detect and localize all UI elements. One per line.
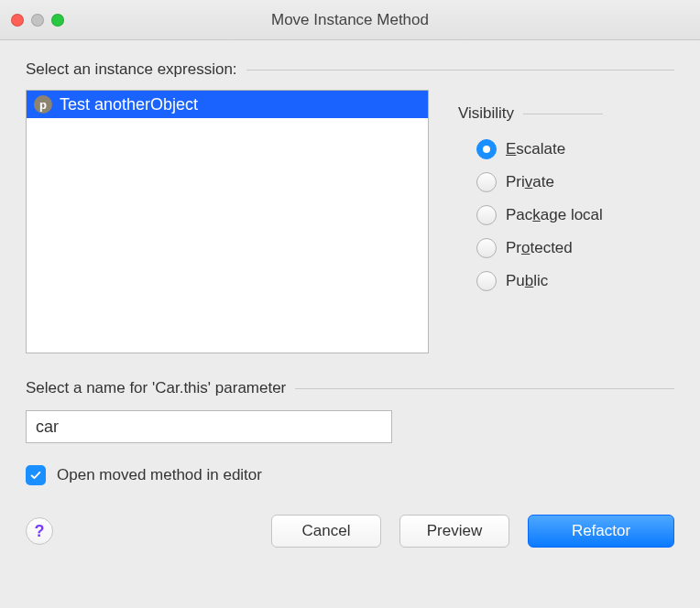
radio-label: Package local bbox=[506, 206, 603, 224]
titlebar: Move Instance Method bbox=[0, 0, 700, 40]
window-title: Move Instance Method bbox=[0, 11, 700, 29]
name-section-header: Select a name for 'Car.this' parameter bbox=[26, 379, 674, 397]
visibility-panel: Visibility Escalate Private Package loca… bbox=[458, 86, 603, 291]
visibility-escalate[interactable]: Escalate bbox=[476, 139, 603, 159]
visibility-package-local[interactable]: Package local bbox=[476, 205, 603, 225]
radio-label: Private bbox=[506, 173, 554, 191]
checkbox-label: Open moved method in editor bbox=[57, 466, 262, 484]
name-section-label: Select a name for 'Car.this' parameter bbox=[26, 379, 286, 397]
parameter-icon: p bbox=[34, 95, 52, 114]
radio-icon bbox=[476, 205, 497, 225]
cancel-button[interactable]: Cancel bbox=[271, 515, 381, 548]
divider bbox=[523, 114, 603, 114]
window-controls bbox=[11, 14, 64, 27]
refactor-button[interactable]: Refactor bbox=[528, 515, 674, 548]
instance-section-label: Select an instance expression: bbox=[26, 60, 237, 79]
instance-section-header: Select an instance expression: bbox=[26, 60, 674, 79]
checkbox-icon bbox=[26, 465, 46, 485]
minimize-window-button[interactable] bbox=[31, 14, 44, 27]
visibility-private[interactable]: Private bbox=[476, 172, 603, 192]
maximize-window-button[interactable] bbox=[51, 14, 64, 27]
radio-icon bbox=[476, 172, 497, 192]
radio-label: Protected bbox=[506, 239, 573, 257]
instance-expression-list[interactable]: p Test anotherObject bbox=[26, 90, 429, 353]
list-item-label: Test anotherObject bbox=[60, 95, 198, 114]
visibility-header: Visibility bbox=[458, 104, 514, 123]
divider bbox=[246, 70, 674, 71]
radio-icon bbox=[476, 139, 497, 159]
visibility-public[interactable]: Public bbox=[476, 271, 603, 291]
close-window-button[interactable] bbox=[11, 14, 24, 27]
help-button[interactable]: ? bbox=[26, 517, 53, 545]
list-item[interactable]: p Test anotherObject bbox=[27, 91, 428, 118]
preview-button[interactable]: Preview bbox=[399, 515, 509, 548]
parameter-name-input[interactable] bbox=[26, 410, 392, 443]
visibility-radio-group: Escalate Private Package local Protected… bbox=[458, 139, 603, 291]
radio-label: Escalate bbox=[506, 140, 565, 158]
radio-icon bbox=[476, 238, 497, 258]
open-in-editor-checkbox[interactable]: Open moved method in editor bbox=[26, 465, 674, 485]
radio-label: Public bbox=[506, 272, 548, 290]
visibility-protected[interactable]: Protected bbox=[476, 238, 603, 258]
divider bbox=[295, 388, 674, 389]
radio-icon bbox=[476, 271, 497, 291]
